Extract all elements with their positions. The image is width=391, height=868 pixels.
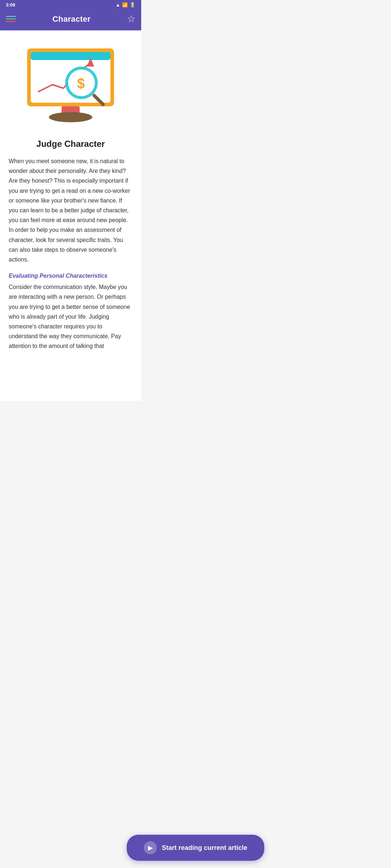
article-title: Judge Character	[0, 135, 141, 156]
section-heading: Evaluating Personal Characteristics	[9, 271, 133, 281]
wifi-icon: ▲	[115, 2, 120, 8]
header: Character ☆	[0, 10, 141, 30]
article-body: When you meet someone new, it is natural…	[0, 156, 141, 351]
svg-rect-2	[31, 52, 110, 60]
body-paragraph-2: Consider the communication style. Maybe …	[9, 282, 133, 351]
menu-icon[interactable]	[6, 16, 16, 22]
battery-icon: 🔋	[130, 2, 135, 8]
svg-point-4	[49, 112, 92, 122]
bookmark-icon[interactable]: ☆	[127, 13, 135, 25]
hero-image: $	[0, 30, 141, 135]
page-title: Character	[52, 14, 91, 24]
monitor-svg: $	[20, 41, 121, 128]
content-area: $ Judge Character When you meet someone …	[0, 30, 141, 401]
body-paragraph-1: When you meet someone new, it is natural…	[9, 156, 133, 264]
status-icons: ▲ 📶 🔋	[115, 2, 135, 8]
menu-line-1	[6, 16, 16, 17]
menu-line-2	[6, 18, 16, 20]
status-bar: 3:09 ▲ 📶 🔋	[0, 0, 141, 10]
signal-icon: 📶	[122, 2, 128, 8]
status-time: 3:09	[6, 2, 15, 8]
menu-line-3	[6, 21, 16, 22]
svg-text:$: $	[77, 76, 85, 91]
